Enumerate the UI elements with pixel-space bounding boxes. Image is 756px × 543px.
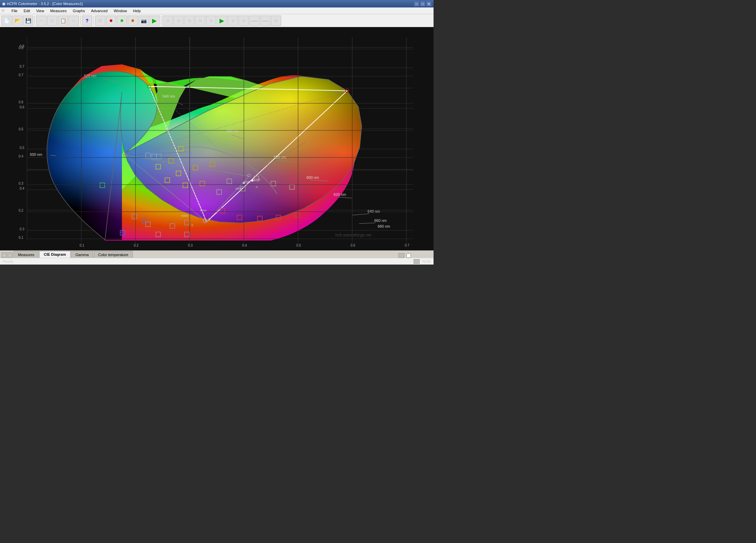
bars2-button[interactable]: ▬▬: [260, 16, 270, 26]
monitor6-button[interactable]: 🖥: [228, 16, 238, 26]
toolbar: 📄 📂 💾 ✂ ⧉ 📋 ↩ ? ⚙ ● ● ● 📷 ▶ 🖥 🖥 🖥 🖥 🖥 ▶ …: [0, 14, 434, 27]
reference-checkbox[interactable]: [406, 253, 411, 258]
green-circle-button[interactable]: ●: [117, 16, 127, 26]
main-content: 520 nm 540 nm 560 nm 580 nm 600 nm 620 n…: [0, 27, 434, 250]
help-button[interactable]: ?: [82, 16, 92, 26]
ct-4000: 4000: [235, 187, 242, 190]
statusbar-right: NUM: [414, 259, 431, 264]
x-label-0.6: 0.6: [351, 244, 355, 247]
menu-file[interactable]: File: [9, 8, 20, 14]
status-indicator: [414, 259, 420, 264]
menubar: ◉ File Edit View Measures Graphs Advance…: [0, 7, 434, 14]
multi-circle-button[interactable]: ●: [128, 16, 138, 26]
restore-button[interactable]: □: [420, 1, 425, 6]
ct-B: B: [208, 217, 210, 221]
ct-C: C: [191, 224, 194, 227]
sep3: [93, 16, 94, 25]
y-label-0.3: 0.3: [19, 182, 23, 185]
monitor5-button[interactable]: 🖥: [206, 16, 216, 26]
y-label-0.1: 0.1: [19, 236, 23, 239]
undo-button[interactable]: ↩: [69, 16, 79, 26]
x-label-0.1: 0.1: [80, 244, 84, 247]
wl-500: 500 nm: [30, 152, 42, 156]
y-label-0.6: 0.6: [19, 100, 23, 104]
watermark: hcfr.sourceforge.net: [335, 233, 372, 237]
cut-button[interactable]: ✂: [36, 16, 46, 26]
wl-620: 620 nm: [334, 192, 346, 196]
menu-logo: ◉: [1, 8, 7, 14]
tab-color-temperature[interactable]: Color temperature: [94, 251, 133, 258]
y-axis-0.6: 0.6: [20, 105, 24, 109]
paste-button[interactable]: 📋: [58, 16, 68, 26]
titlebar: ◉ HCFR Colorimeter - 3.5.2 - [Color Meas…: [0, 0, 434, 7]
y-label-0.8: 0.8: [19, 46, 23, 50]
y-label-0.2: 0.2: [19, 209, 23, 212]
y-axis-0.5: 0.5: [20, 146, 24, 150]
monitor4-button[interactable]: 🖥: [195, 16, 205, 26]
ct-9300: 9300: [181, 214, 188, 217]
menu-advanced[interactable]: Advanced: [88, 8, 110, 14]
num-lock-label: NUM: [422, 259, 431, 264]
menu-measures[interactable]: Measures: [47, 8, 69, 14]
ct-3000: 3000: [243, 180, 250, 184]
camera-button[interactable]: 📷: [139, 16, 149, 26]
titlebar-controls: ─ □ ✕: [414, 1, 432, 6]
new-button[interactable]: 📄: [1, 16, 12, 26]
tab-measures[interactable]: Measures: [14, 251, 39, 258]
monitor2-button[interactable]: 🖥: [173, 16, 184, 26]
tab-gamma[interactable]: Gamma: [71, 251, 93, 258]
y-axis-0.4: 0.4: [20, 187, 24, 190]
x-label-0.5: 0.5: [296, 244, 301, 247]
ct-A: A: [256, 185, 258, 189]
play-button[interactable]: ▶: [149, 16, 160, 26]
x-label-0.4: 0.4: [242, 244, 247, 247]
x-label-0.7: 0.7: [405, 244, 410, 247]
reference-icon: [398, 253, 404, 258]
y-label-0.7: 0.7: [19, 73, 23, 77]
close-button[interactable]: ✕: [426, 1, 432, 6]
menu-help[interactable]: Help: [130, 8, 144, 14]
open-button[interactable]: 📂: [12, 16, 22, 26]
menu-graphs[interactable]: Graphs: [70, 8, 88, 14]
y-axis-0.7: 0.7: [20, 65, 24, 68]
wl-540: 540 nm: [163, 94, 175, 98]
menu-window[interactable]: Window: [111, 8, 130, 14]
y-label-0.4: 0.4: [19, 154, 23, 158]
sep2: [80, 16, 81, 25]
menu-edit[interactable]: Edit: [21, 8, 33, 14]
copy-button[interactable]: ⧉: [47, 16, 57, 26]
cie-diagram-svg: 520 nm 540 nm 560 nm 580 nm 600 nm 620 n…: [0, 27, 434, 250]
play2-button[interactable]: ▶: [217, 16, 227, 26]
app-logo: ◉: [2, 1, 5, 6]
x-label-0.2: 0.2: [134, 244, 139, 247]
minimize-button[interactable]: ─: [414, 1, 419, 6]
monitor7-button[interactable]: 🖥: [238, 16, 249, 26]
monitor1-button[interactable]: 🖥: [163, 16, 173, 26]
reference-label: Reference: [413, 253, 430, 257]
wl-640: 640 nm: [368, 209, 380, 213]
monitor3-button[interactable]: 🖥: [184, 16, 194, 26]
wl-680: 680 nm: [378, 224, 390, 228]
bars1-button[interactable]: ▬▬: [249, 16, 259, 26]
menu-view[interactable]: View: [34, 8, 47, 14]
status-text: Ready: [3, 259, 14, 264]
sep1: [35, 16, 35, 25]
monitor8-button[interactable]: 🖥: [271, 16, 281, 26]
tabbar: ◀ ▶ Measures CIE Diagram Gamma Color tem…: [0, 250, 434, 258]
x-label-0.3: 0.3: [188, 244, 193, 247]
titlebar-left: ◉ HCFR Colorimeter - 3.5.2 - [Color Meas…: [2, 1, 83, 6]
app-title: HCFR Colorimeter - 3.5.2 - [Color Measur…: [7, 2, 83, 6]
ct-2700: 2700: [253, 178, 260, 181]
tab-next-button[interactable]: ▶: [7, 252, 13, 258]
device-button[interactable]: ⚙: [95, 16, 105, 26]
y-label-0.5: 0.5: [19, 127, 23, 131]
wl-520: 520 nm: [84, 74, 97, 78]
save-button[interactable]: 💾: [23, 16, 33, 26]
tab-cie-diagram[interactable]: CIE Diagram: [39, 251, 70, 258]
statusbar: Ready NUM: [0, 258, 434, 265]
wl-580: 580 nm: [274, 155, 286, 159]
wl-660: 660 nm: [374, 218, 387, 223]
tab-prev-button[interactable]: ◀: [1, 252, 7, 258]
y-axis-0.3: 0.3: [20, 227, 24, 231]
red-circle-button[interactable]: ●: [106, 16, 116, 26]
